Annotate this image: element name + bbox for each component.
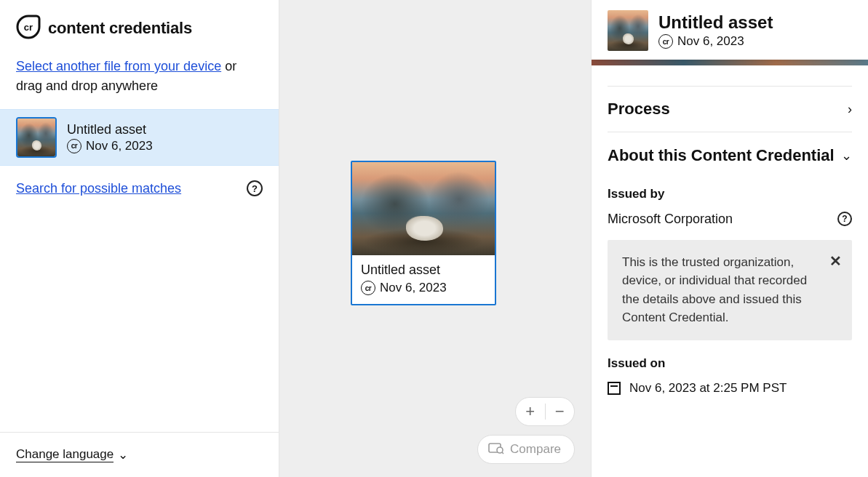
issuer-name: Microsoft Corporation xyxy=(608,212,733,227)
close-icon[interactable]: ✕ xyxy=(829,250,842,272)
process-section-toggle[interactable]: Process › xyxy=(608,86,852,132)
change-language-label: Change language xyxy=(16,447,114,462)
issued-by-label: Issued by xyxy=(608,180,852,212)
issuer-info-text: This is the trusted organization, device… xyxy=(622,255,807,325)
canvas[interactable]: Untitled asset cr Nov 6, 2023 + − Compar… xyxy=(279,0,592,477)
brand-icon: cr xyxy=(16,15,41,42)
sidebar-asset-item[interactable]: Untitled asset cr Nov 6, 2023 xyxy=(0,109,279,166)
brand: cr content credentials xyxy=(0,0,279,49)
brand-name: content credentials xyxy=(48,19,192,38)
help-icon[interactable]: ? xyxy=(837,212,852,226)
calendar-icon xyxy=(608,382,621,395)
compare-icon xyxy=(488,441,504,458)
details-header: Untitled asset cr Nov 6, 2023 xyxy=(592,0,868,60)
asset-card[interactable]: Untitled asset cr Nov 6, 2023 xyxy=(351,161,496,305)
chevron-down-icon: ⌄ xyxy=(118,447,128,462)
process-label: Process xyxy=(608,100,670,119)
asset-date: Nov 6, 2023 xyxy=(86,139,153,153)
upload-instruction: Select another file from your device or … xyxy=(0,49,279,109)
issued-on-value: Nov 6, 2023 at 2:25 PM PST xyxy=(629,381,787,396)
svg-point-2 xyxy=(497,447,503,453)
about-section-toggle[interactable]: About this Content Credential ⌄ xyxy=(608,132,852,180)
cr-badge-icon: cr xyxy=(658,34,673,49)
details-title: Untitled asset xyxy=(658,12,773,33)
cr-badge-icon: cr xyxy=(361,281,375,295)
asset-card-title: Untitled asset xyxy=(361,262,486,278)
about-label: About this Content Credential xyxy=(608,145,835,167)
change-language-button[interactable]: Change language ⌄ xyxy=(0,432,279,477)
search-matches-link[interactable]: Search for possible matches xyxy=(16,181,181,196)
zoom-out-button[interactable]: − xyxy=(545,402,574,421)
issued-on-label: Issued on xyxy=(608,340,852,381)
zoom-in-button[interactable]: + xyxy=(516,402,545,421)
zoom-control: + − xyxy=(515,397,575,426)
asset-card-image xyxy=(352,162,495,255)
asset-title: Untitled asset xyxy=(67,122,153,137)
details-panel: Untitled asset cr Nov 6, 2023 Process › … xyxy=(592,0,868,477)
svg-line-3 xyxy=(502,452,503,454)
compare-label: Compare xyxy=(510,442,561,457)
details-date: Nov 6, 2023 xyxy=(677,34,744,49)
details-thumbnail xyxy=(608,10,648,51)
chevron-right-icon: › xyxy=(848,102,852,117)
asset-card-date: Nov 6, 2023 xyxy=(380,281,447,295)
cr-badge-icon: cr xyxy=(67,139,81,153)
svg-text:cr: cr xyxy=(24,22,33,33)
sidebar: cr content credentials Select another fi… xyxy=(0,0,279,477)
help-icon[interactable]: ? xyxy=(247,180,263,196)
issuer-info-box: This is the trusted organization, device… xyxy=(608,240,852,340)
select-file-link[interactable]: Select another file from your device xyxy=(16,59,221,73)
compare-button[interactable]: Compare xyxy=(477,435,575,464)
asset-thumbnail xyxy=(16,117,57,158)
chevron-down-icon: ⌄ xyxy=(841,148,852,164)
details-image-strip xyxy=(592,60,868,65)
